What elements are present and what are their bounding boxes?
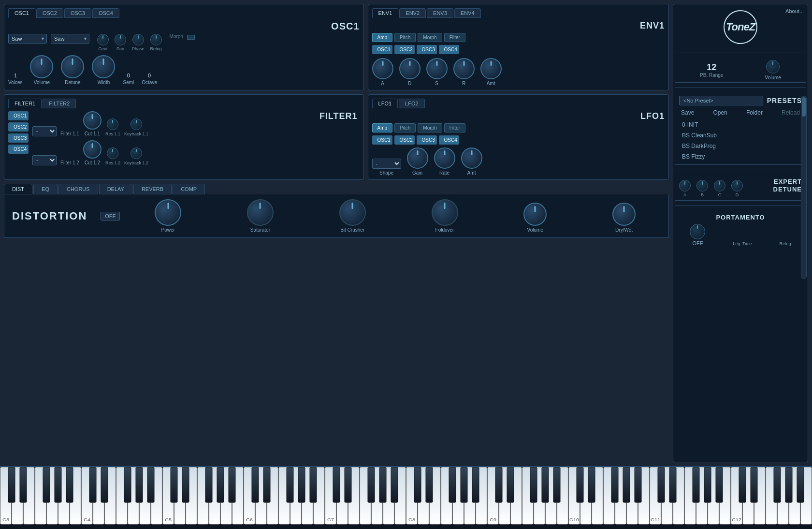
filter1-type-select[interactable]: - LP HP bbox=[32, 126, 57, 136]
cut1-knob[interactable] bbox=[83, 111, 102, 130]
tab-eq[interactable]: EQ bbox=[33, 184, 58, 194]
env-r-label: R bbox=[462, 81, 465, 86]
width-knob[interactable] bbox=[92, 55, 115, 78]
lfo-source-osc3[interactable]: OSC3 bbox=[417, 135, 437, 145]
lfo-target-filter[interactable]: Filter bbox=[444, 123, 465, 132]
expert-title: EXPERT DETUNE bbox=[773, 178, 802, 193]
lfo-source-osc1[interactable]: OSC1 bbox=[372, 135, 392, 145]
preset-item-3[interactable]: BS Fizzy bbox=[679, 152, 802, 162]
svg-rect-98 bbox=[298, 467, 305, 502]
open-button[interactable]: Open bbox=[711, 108, 729, 117]
expert-knobs: A B C D bbox=[679, 180, 743, 197]
lfo-gain-knob[interactable] bbox=[407, 147, 428, 169]
about-button[interactable]: About... bbox=[785, 8, 804, 14]
tab-comp[interactable]: COMP bbox=[173, 184, 205, 194]
lfo-target-morph[interactable]: Morph bbox=[418, 123, 442, 132]
env-amt-knob[interactable] bbox=[480, 58, 502, 79]
env1-sources: OSC1 OSC2 OSC3 OSC4 bbox=[372, 45, 665, 54]
tab-env2[interactable]: ENV2 bbox=[399, 8, 426, 18]
expert-d-knob[interactable] bbox=[731, 180, 743, 191]
lfo-rate-knob[interactable] bbox=[434, 147, 455, 169]
env-target-pitch[interactable]: Pitch bbox=[394, 33, 416, 42]
expert-a-knob[interactable] bbox=[679, 180, 691, 191]
portamento-knob[interactable] bbox=[690, 224, 705, 239]
waveform2-select[interactable]: Saw Sine Square bbox=[51, 34, 89, 44]
global-volume-knob[interactable] bbox=[766, 60, 780, 73]
tab-reverb[interactable]: REVERB bbox=[133, 184, 172, 194]
tab-osc1[interactable]: OSC1 bbox=[8, 8, 35, 18]
env-source-osc4[interactable]: OSC4 bbox=[439, 45, 459, 54]
env-r-knob[interactable] bbox=[453, 58, 475, 79]
retrig-knob[interactable] bbox=[150, 34, 162, 45]
lfo-amt-knob[interactable] bbox=[461, 147, 482, 169]
tab-lfo1[interactable]: LFO1 bbox=[372, 99, 398, 108]
cent-knob[interactable] bbox=[97, 34, 109, 45]
env-source-osc1[interactable]: OSC1 bbox=[372, 45, 392, 54]
svg-rect-89 bbox=[147, 467, 154, 502]
env-target-amp[interactable]: Amp bbox=[372, 33, 393, 42]
lfo-shape-select[interactable]: - Sine Tri bbox=[372, 159, 401, 169]
morph-toggle[interactable] bbox=[187, 35, 195, 40]
tab-filter2[interactable]: FILTER2 bbox=[43, 99, 76, 108]
phase-knob[interactable] bbox=[132, 34, 144, 45]
res1-knob[interactable] bbox=[107, 118, 118, 130]
tab-lfo2[interactable]: LFO2 bbox=[399, 99, 425, 108]
lfo-source-osc4[interactable]: OSC4 bbox=[439, 135, 459, 145]
dist-volume-knob[interactable] bbox=[523, 203, 547, 226]
tab-delay[interactable]: DELAY bbox=[99, 184, 132, 194]
keytrack1-knob[interactable] bbox=[130, 118, 142, 130]
lfo-target-amp[interactable]: Amp bbox=[372, 123, 393, 132]
dry-wet-knob[interactable] bbox=[612, 203, 636, 226]
save-button[interactable]: Save bbox=[679, 108, 696, 117]
env-target-filter[interactable]: Filter bbox=[444, 33, 465, 42]
filter-source-osc4[interactable]: OSC4 bbox=[8, 145, 29, 154]
tab-env3[interactable]: ENV3 bbox=[427, 8, 453, 18]
foldover-knob[interactable] bbox=[432, 199, 458, 226]
filter-source-osc1[interactable]: OSC1 bbox=[8, 111, 29, 120]
cut2-knob[interactable] bbox=[83, 140, 102, 159]
folder-button[interactable]: Folder bbox=[744, 108, 765, 117]
waveform1-select[interactable]: Saw Sine Square bbox=[8, 34, 47, 44]
filter2-type-select[interactable]: - LP HP bbox=[32, 155, 57, 165]
preset-name-input[interactable] bbox=[679, 96, 763, 105]
preset-item-0[interactable]: 0-INIT bbox=[679, 120, 802, 130]
env-a-knob[interactable] bbox=[372, 58, 393, 79]
env-d-knob[interactable] bbox=[399, 58, 420, 79]
keytrack2-knob[interactable] bbox=[130, 147, 142, 159]
tab-chorus[interactable]: CHORUS bbox=[58, 184, 98, 194]
power-label: Power bbox=[161, 227, 174, 233]
filter1-label: Filter 1.1 bbox=[60, 131, 79, 136]
env-target-morph[interactable]: Morph bbox=[418, 33, 442, 42]
power-knob[interactable] bbox=[155, 199, 181, 226]
tab-dist[interactable]: DIST bbox=[4, 184, 32, 194]
saturator-knob[interactable] bbox=[247, 199, 274, 226]
reload-button[interactable]: Reload bbox=[780, 108, 802, 117]
env-s-knob[interactable] bbox=[426, 58, 448, 79]
tab-env4[interactable]: ENV4 bbox=[454, 8, 481, 18]
preset-item-1[interactable]: BS CleanSub bbox=[679, 131, 802, 140]
distortion-status[interactable]: OFF bbox=[101, 212, 120, 220]
tab-env1[interactable]: ENV1 bbox=[372, 8, 399, 18]
tab-osc2[interactable]: OSC2 bbox=[36, 8, 63, 18]
preset-scrollbar[interactable] bbox=[801, 96, 807, 279]
expert-c-knob[interactable] bbox=[714, 180, 725, 191]
tab-filter1[interactable]: FILTER1 bbox=[8, 99, 42, 108]
preset-item-2[interactable]: BS DarkProg bbox=[679, 141, 802, 151]
expert-b-knob[interactable] bbox=[696, 180, 708, 191]
svg-text:C9: C9 bbox=[490, 517, 496, 522]
bit-crusher-knob[interactable] bbox=[339, 199, 366, 226]
filter-source-osc3[interactable]: OSC3 bbox=[8, 133, 29, 143]
filter-source-osc2[interactable]: OSC2 bbox=[8, 122, 29, 132]
detune-knob[interactable] bbox=[61, 55, 84, 78]
env1-header: ENV1 bbox=[372, 21, 665, 31]
lfo-target-pitch[interactable]: Pitch bbox=[394, 123, 416, 132]
lfo-shape-label: Shape bbox=[379, 170, 393, 176]
volume-knob[interactable] bbox=[30, 55, 53, 78]
tab-osc4[interactable]: OSC4 bbox=[92, 8, 119, 18]
lfo-source-osc2[interactable]: OSC2 bbox=[394, 135, 415, 145]
env-source-osc2[interactable]: OSC2 bbox=[394, 45, 415, 54]
tab-osc3[interactable]: OSC3 bbox=[64, 8, 91, 18]
res2-knob[interactable] bbox=[107, 147, 118, 159]
env-source-osc3[interactable]: OSC3 bbox=[417, 45, 437, 54]
pan-knob[interactable] bbox=[115, 34, 126, 45]
